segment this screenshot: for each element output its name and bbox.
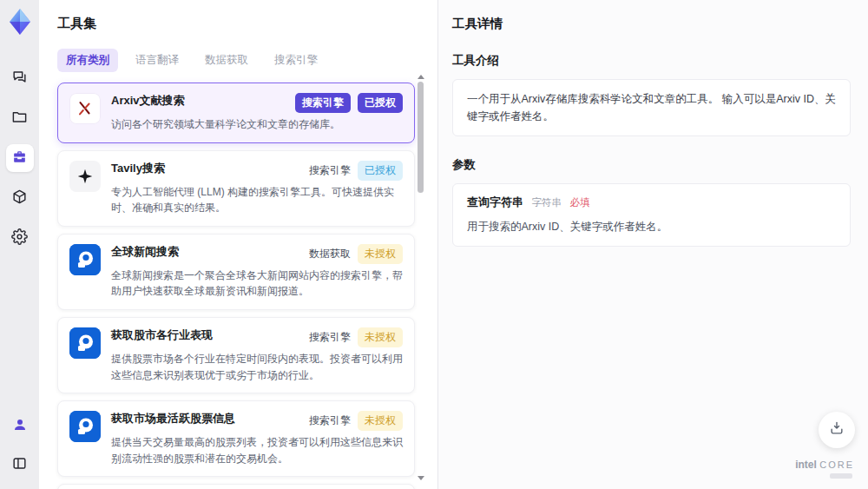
stock-search-icon xyxy=(69,327,101,359)
stock-search-icon xyxy=(69,411,101,442)
toolbox-icon xyxy=(11,149,28,169)
arxiv-icon xyxy=(69,93,101,124)
user-icon xyxy=(12,417,28,436)
tool-card-tavily[interactable]: Tavily搜索 搜索引擎 已授权 专为人工智能代理 (LLM) 构建的搜索引擎… xyxy=(57,150,415,227)
params-section-heading: 参数 xyxy=(452,157,851,173)
tab-language-translation[interactable]: 语言翻译 xyxy=(127,49,187,72)
tab-all-categories[interactable]: 所有类别 xyxy=(57,49,118,72)
sidebar-item-user[interactable] xyxy=(6,413,34,440)
app-logo-icon xyxy=(5,7,35,36)
tool-card-title: 全球新闻搜索 xyxy=(111,244,179,260)
tool-card-global-news[interactable]: 全球新闻搜索 数据获取 未授权 全球新闻搜索是一个聚合全球各大新闻网站内容的搜索… xyxy=(57,234,415,310)
intel-sub-badge xyxy=(830,473,852,479)
sidebar-item-settings[interactable] xyxy=(6,224,34,252)
download-icon xyxy=(828,420,845,440)
app-window: 工具集 所有类别 语言翻译 数据获取 搜索引擎 Arxiv文献搜索 xyxy=(0,0,868,489)
tool-card-title: Arxiv文献搜索 xyxy=(111,93,185,109)
scroll-up-arrow-icon[interactable] xyxy=(418,75,424,79)
auth-status-badge: 未授权 xyxy=(358,244,403,264)
tool-card-sector-performance[interactable]: 获取股市各行业表现 搜索引擎 未授权 提供股票市场各个行业在特定时间段内的表现。… xyxy=(57,317,415,393)
param-description: 用于搜索的Arxiv ID、关键字或作者姓名。 xyxy=(467,218,836,235)
intel-core-logo: intel CORE xyxy=(795,459,854,479)
param-type: 字符串 xyxy=(531,197,562,208)
detail-panel-title: 工具详情 xyxy=(452,16,851,32)
category-badge: 搜索引擎 xyxy=(309,327,351,347)
tool-card-description: 全球新闻搜索是一个聚合全球各大新闻网站内容的搜索引擎，帮助用户快速获取全球最新资… xyxy=(111,268,403,300)
news-search-icon xyxy=(69,244,101,275)
param-required-badge: 必填 xyxy=(569,197,589,208)
tool-card-description: 提供当天交易量最高的股票列表，投资者可以利用这些信息来识别流动性强的股票和潜在的… xyxy=(111,434,403,466)
scrollbar-thumb[interactable] xyxy=(418,82,424,193)
page-title: 工具集 xyxy=(57,16,437,32)
panel-toggle-icon xyxy=(11,455,28,475)
chat-icon xyxy=(11,69,28,89)
sidebar-item-chat[interactable] xyxy=(6,64,34,92)
sidebar-item-panel-toggle[interactable] xyxy=(6,451,34,479)
tool-detail-panel: 工具详情 工具介绍 一个用于从Arxiv存储库搜索科学论文和文章的工具。 输入可… xyxy=(438,0,868,489)
tool-card-most-active-stocks[interactable]: 获取市场最活跃股票信息 搜索引擎 未授权 提供当天交易量最高的股票列表，投资者可… xyxy=(57,400,415,477)
sidebar xyxy=(0,0,39,489)
param-header-row: 查询字符串 字符串 必填 xyxy=(467,195,836,211)
auth-status-badge: 未授权 xyxy=(358,411,403,431)
sidebar-bottom xyxy=(6,413,34,479)
tool-list-panel: 工具集 所有类别 语言翻译 数据获取 搜索引擎 Arxiv文献搜索 xyxy=(39,0,438,489)
intro-section-heading: 工具介绍 xyxy=(452,53,851,69)
auth-status-badge: 已授权 xyxy=(358,161,403,181)
gear-icon xyxy=(11,228,28,248)
folder-icon xyxy=(11,109,28,129)
tool-card-regional-news[interactable]: 万维地区新闻查询 搜索引擎 未授权 查询具体行政区划内的新闻，快速了解各地新闻动 xyxy=(57,484,415,489)
sidebar-item-models[interactable] xyxy=(6,184,34,212)
tool-card-description: 访问各个研究领域大量科学论文和文章的存储库。 xyxy=(111,116,403,133)
tab-search-engine[interactable]: 搜索引擎 xyxy=(266,49,326,72)
category-badge: 搜索引擎 xyxy=(309,411,351,431)
param-name: 查询字符串 xyxy=(467,195,523,208)
list-scrollbar[interactable] xyxy=(417,75,424,480)
category-tabs: 所有类别 语言翻译 数据获取 搜索引擎 xyxy=(57,49,437,72)
tool-card-arxiv[interactable]: Arxiv文献搜索 搜索引擎 已授权 访问各个研究领域大量科学论文和文章的存储库… xyxy=(57,83,415,143)
tab-data-fetch[interactable]: 数据获取 xyxy=(196,49,257,72)
tool-card-title: 获取市场最活跃股票信息 xyxy=(111,411,235,426)
tool-card-title: 获取股市各行业表现 xyxy=(111,327,213,343)
param-box: 查询字符串 字符串 必填 用于搜索的Arxiv ID、关键字或作者姓名。 xyxy=(452,183,851,247)
tool-intro-text: 一个用于从Arxiv存储库搜索科学论文和文章的工具。 输入可以是Arxiv ID… xyxy=(467,93,836,122)
tool-card-description: 专为人工智能代理 (LLM) 构建的搜索引擎工具。可快速提供实时、准确和真实的结… xyxy=(111,184,403,216)
tool-intro-box: 一个用于从Arxiv存储库搜索科学论文和文章的工具。 输入可以是Arxiv ID… xyxy=(452,79,851,136)
category-badge: 搜索引擎 xyxy=(309,161,351,181)
category-badge: 数据获取 xyxy=(309,244,351,264)
intel-brand-text: intel xyxy=(795,459,817,471)
tool-card-list: Arxiv文献搜索 搜索引擎 已授权 访问各个研究领域大量科学论文和文章的存储库… xyxy=(57,83,415,489)
sidebar-item-files[interactable] xyxy=(6,104,34,132)
sidebar-nav xyxy=(6,64,34,252)
auth-status-badge: 已授权 xyxy=(358,93,403,113)
tavily-star-icon xyxy=(69,161,101,192)
download-button[interactable] xyxy=(819,412,855,448)
scroll-down-arrow-icon[interactable] xyxy=(418,476,424,480)
cube-icon xyxy=(11,188,28,208)
tool-card-title: Tavily搜索 xyxy=(111,161,165,176)
tool-card-description: 提供股票市场各个行业在特定时间段内的表现。投资者可以利用这些信息来识别表现优于或… xyxy=(111,351,403,383)
sidebar-item-toolbox[interactable] xyxy=(6,144,34,172)
core-brand-text: CORE xyxy=(819,459,854,470)
auth-status-badge: 未授权 xyxy=(358,327,403,347)
category-badge: 搜索引擎 xyxy=(295,93,351,113)
